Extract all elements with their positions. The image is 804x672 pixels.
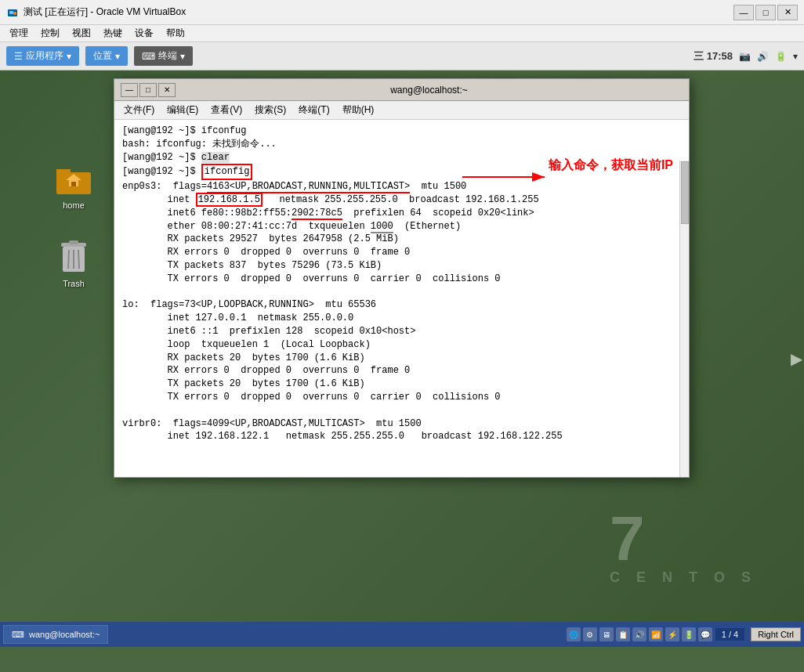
svg-rect-1 [9,11,13,14]
right-ctrl-label: Right Ctrl [751,627,801,641]
term-menu-view[interactable]: 查看(V) [205,102,248,118]
tray-icon-1[interactable]: 🌐 [567,627,581,641]
scrollbar-thumb[interactable] [681,161,689,224]
menu-manage[interactable]: 管理 [3,25,34,42]
term-menu-file[interactable]: 文件(F) [118,102,161,118]
vbox-menubar: 管理 控制 视图 热键 设备 帮助 [0,25,804,42]
term-line-22 [122,404,681,417]
menu-view[interactable]: 视图 [66,25,97,42]
menu-control[interactable]: 控制 [34,25,66,42]
taskbar-pager[interactable]: 1 / 4 [715,628,744,641]
term-line-19: RX errors 0 dropped 0 overruns 0 frame 0 [122,364,681,378]
term-line-2: bash: ifconfug: 未找到命令... [122,138,681,151]
term-line-6: inet 192.168.1.5 netmask 255.255.255.0 b… [122,193,681,207]
svg-line-10 [68,250,69,269]
centos-brand: C E N T O S [610,570,757,584]
term-menu-search[interactable]: 搜索(S) [248,102,292,118]
centos-watermark: 7 C E N T O S [610,508,757,584]
desktop-icon-trash[interactable]: Trash [52,235,96,291]
taskbar-app-label: wang@localhost:~ [29,630,100,639]
terminal-label: 终端 [158,49,177,63]
clock-display: 三 17:58 [694,49,733,63]
term-line-5: enp0s3: flags=4163<UP,BROADCAST,RUNNING,… [122,180,681,193]
terminal-button[interactable]: ⌨ 终端 ▾ [134,46,193,66]
term-line-15: inet 127.0.0.1 netmask 255.0.0.0 [122,312,681,325]
menu-devices[interactable]: 设备 [129,25,160,42]
maximize-button[interactable]: □ [755,5,776,20]
tray-icon-5[interactable]: 🔊 [632,627,646,641]
terminal-maximize-button[interactable]: □ [139,83,157,97]
terminal-minimize-button[interactable]: — [121,83,138,97]
term-line-1: [wang@192 ~]$ ifconfug [122,125,681,138]
annotation-container: 输入命令，获取当前IP [549,157,673,174]
term-line-14: lo: flags=73<UP,LOOPBACK,RUNNING> mtu 65… [122,298,681,312]
desktop-icon-home[interactable]: home [52,157,96,213]
term-menu-help[interactable]: 帮助(H) [336,102,381,118]
terminal-menubar: 文件(F) 编辑(E) 查看(V) 搜索(S) 终端(T) 帮助(H) [114,101,689,120]
term-line-23: virbr0: flags=4099<UP,BROADCAST,MULTICAS… [122,417,681,431]
tray-icon-4[interactable]: 📋 [616,627,630,641]
svg-line-12 [78,250,79,269]
system-tray: 🌐 ⚙ 🖥 📋 🔊 📶 ⚡ 🔋 💬 [567,627,712,641]
tray-icon-2[interactable]: ⚙ [583,627,597,641]
tray-icon-7[interactable]: ⚡ [665,627,679,641]
taskbar-terminal-icon: ⌨ [12,630,24,640]
term-line-20: TX packets 20 bytes 1700 (1.6 KiB) [122,378,681,391]
taskbar: ⌨ wang@localhost:~ 🌐 ⚙ 🖥 📋 🔊 📶 ⚡ 🔋 💬 1 /… [0,622,804,647]
terminal-chevron: ▾ [180,51,185,62]
apps-icon: ☰ [14,51,23,62]
terminal-content[interactable]: [wang@192 ~]$ ifconfug bash: ifconfug: 未… [114,120,689,477]
home-icon-label: home [63,201,85,210]
virtualbox-icon [6,6,19,19]
terminal-scrollbar[interactable] [679,161,689,477]
tray-icon-9[interactable]: 💬 [698,627,712,641]
audio-icon[interactable]: 🔊 [757,51,769,62]
annotation-text: 输入命令，获取当前IP [549,158,673,172]
toolbar-right: 三 17:58 📷 🔊 🔋 ▾ [694,49,798,63]
taskbar-right: 🌐 ⚙ 🖥 📋 🔊 📶 ⚡ 🔋 💬 1 / 4 Right Ctrl [567,627,801,641]
term-line-10: RX errors 0 dropped 0 overruns 0 frame 0 [122,246,681,259]
apps-label: 应用程序 [26,49,63,63]
term-line-24: inet 192.168.122.1 netmask 255.255.255.0… [122,430,681,443]
apps-menu-button[interactable]: ☰ 应用程序 ▾ [6,46,79,66]
svg-rect-6 [71,182,76,186]
term-menu-edit[interactable]: 编辑(E) [161,102,205,118]
location-label: 位置 [93,49,112,63]
battery-icon[interactable]: 🔋 [775,51,787,62]
desktop: home Trash 7 C E N T O S ▶ [0,70,804,647]
window-controls: — □ ✕ [733,5,798,20]
term-line-16: inet6 ::1 prefixlen 128 scopeid 0x10<hos… [122,325,681,338]
term-menu-terminal[interactable]: 终端(T) [292,102,335,118]
taskbar-app-item[interactable]: ⌨ wang@localhost:~ [3,625,108,644]
term-line-13 [122,286,681,299]
screenshot-icon[interactable]: 📷 [739,51,751,62]
menu-hotkeys[interactable]: 热键 [97,25,129,42]
menu-icon[interactable]: ▾ [793,51,798,62]
terminal-icon: ⌨ [142,51,155,62]
close-button[interactable]: ✕ [777,5,798,20]
term-line-8: ether 08:00:27:41:cc:7d txqueuelen 1000 … [122,220,681,233]
home-folder-icon [55,160,92,197]
terminal-window: — □ ✕ wang@localhost:~ 文件(F) 编辑(E) 查看(V)… [114,78,690,478]
svg-rect-4 [56,169,71,175]
minimize-button[interactable]: — [733,5,754,20]
tray-icon-3[interactable]: 🖥 [599,627,614,641]
centos-number: 7 [610,508,757,570]
term-line-18: RX packets 20 bytes 1700 (1.6 KiB) [122,352,681,365]
vbox-titlebar: 测试 [正在运行] - Oracle VM VirtualBox — □ ✕ [0,0,804,25]
term-line-9: RX packets 29527 bytes 2647958 (2.5 MiB) [122,233,681,246]
term-line-7: inet6 fe80::98b2:ff55:2902:78c5 prefixle… [122,207,681,220]
menu-help[interactable]: 帮助 [160,25,191,42]
term-line-12: TX errors 0 dropped 0 overruns 0 carrier… [122,273,681,286]
term-line-11: TX packets 837 bytes 75296 (73.5 KiB) [122,259,681,273]
svg-point-2 [13,12,16,15]
tray-icon-6[interactable]: 📶 [649,627,663,641]
terminal-window-controls: — □ ✕ [121,83,176,97]
term-line-21: TX errors 0 dropped 0 overruns 0 carrier… [122,391,681,404]
location-menu-button[interactable]: 位置 ▾ [85,46,128,66]
tray-icon-8[interactable]: 🔋 [682,627,696,641]
terminal-title: wang@localhost:~ [176,85,683,96]
location-chevron: ▾ [115,51,120,62]
terminal-close-button[interactable]: ✕ [158,83,176,97]
svg-rect-8 [69,240,78,244]
